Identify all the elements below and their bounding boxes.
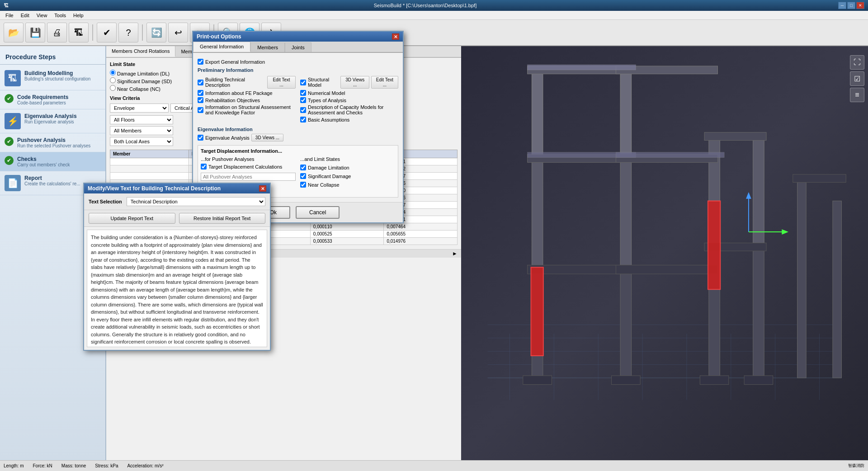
3d-views-btn-1[interactable]: 3D Views ...: [340, 76, 369, 89]
menu-view[interactable]: View: [33, 11, 51, 19]
eigenvalue-analysis-row: Eigenvalue Analysis 3D Views ...: [198, 134, 398, 141]
preliminary-right-col: Structural Model 3D Views ... Edit Text …: [300, 75, 398, 124]
building-modelling-title: Building Modelling: [24, 70, 90, 76]
svg-rect-24: [616, 265, 717, 274]
printout-dialog-tabs: General Information Members Joints: [193, 42, 403, 53]
export-checkbox[interactable]: [198, 59, 203, 65]
structural-assessment-row: Information on Structural Assessement an…: [198, 104, 296, 115]
fe-package-checkbox[interactable]: [198, 90, 203, 96]
sidebar-item-code-requirements[interactable]: ✔ Code Requirements Code-based parameter…: [0, 90, 105, 109]
modify-dialog-titlebar: Modify/View Text for Building Technical …: [84, 184, 270, 193]
sidebar-item-eigenvalue-analysis[interactable]: ⚡ Eigenvalue Analysis Run Eigenvalue ana…: [0, 109, 105, 133]
status-stress: Stress: kPa: [95, 463, 118, 468]
pushover-subtitle: Run the selected Pushover analyses: [17, 143, 90, 148]
minimize-button[interactable]: ─: [838, 2, 846, 9]
significant-damage-checkbox[interactable]: [300, 173, 306, 179]
edit-tech-desc-btn[interactable]: Edit Text ...: [267, 76, 296, 89]
capacity-models-checkbox[interactable]: [300, 107, 306, 113]
radio-dl-input[interactable]: [110, 70, 116, 75]
modify-dialog-close[interactable]: ✕: [259, 185, 266, 192]
svg-marker-39: [782, 229, 788, 235]
menu-file[interactable]: File: [2, 11, 17, 19]
eigenvalue-subtitle: Run Eigenvalue analysis: [24, 119, 77, 124]
svg-rect-45: [833, 201, 842, 378]
toolbar-open[interactable]: 📂: [4, 23, 24, 42]
significant-damage-row: Significant Damage: [300, 173, 395, 179]
pushover-text: Pushover Analysis Run the selected Pusho…: [17, 137, 90, 148]
building-tech-desc-row: Building Technical Description Edit Text…: [198, 76, 296, 89]
svg-rect-31: [531, 267, 543, 356]
modify-dialog: Modify/View Text for Building Technical …: [83, 183, 271, 351]
window-title: SeismoBuild * [C:\Users\santon\Desktop\1…: [12, 3, 838, 8]
toolbar-check[interactable]: ✔: [97, 23, 117, 42]
modify-buttons: Update Report Text Restore Initial Repor…: [84, 210, 270, 227]
target-calc-row: Target Displacement Calculations: [201, 164, 296, 170]
tab-general-information[interactable]: General Information: [193, 42, 250, 52]
edit-text-btn-1[interactable]: Edit Text ...: [371, 76, 398, 89]
tab-joints[interactable]: Joints: [285, 42, 311, 52]
building-tech-desc-label: Building Technical Description: [205, 77, 265, 88]
toolbar-print[interactable]: 🖨: [47, 23, 67, 42]
tab-members[interactable]: Members: [250, 42, 285, 52]
sidebar-item-building-modelling[interactable]: 🏗 Building Modelling Building's structur…: [0, 66, 105, 90]
update-report-btn[interactable]: Update Report Text: [89, 213, 175, 224]
rehab-objectives-checkbox[interactable]: [198, 97, 203, 103]
svg-rect-35: [528, 65, 636, 70]
all-pushover-input[interactable]: [201, 173, 296, 181]
sidebar-item-pushover-analysis[interactable]: ✔ Pushover Analysis Run the selected Pus…: [0, 133, 105, 152]
damage-limitation-checkbox[interactable]: [300, 165, 306, 170]
3d-scene: ⛶ ☑ ≡: [461, 46, 868, 460]
rehab-objectives-label: Rehabilitation Objectives: [205, 98, 260, 103]
window-controls: ─ □ ✕: [838, 2, 864, 9]
envelope-dropdown[interactable]: Envelope: [110, 104, 169, 113]
restore-initial-btn[interactable]: Restore Initial Report Text: [179, 213, 266, 224]
toolbar-undo[interactable]: ↩: [168, 23, 188, 42]
svg-rect-20: [753, 135, 764, 245]
3d-views-btn-2[interactable]: 3D Views ...: [251, 134, 283, 141]
svg-rect-34: [616, 152, 724, 158]
close-button[interactable]: ✕: [856, 2, 864, 9]
target-calc-checkbox[interactable]: [201, 164, 207, 170]
building-tech-desc-checkbox[interactable]: [198, 80, 203, 85]
text-selection-dropdown[interactable]: Technical Description: [127, 197, 265, 206]
for-pushover-label: ...for Pushover Analyses: [201, 156, 296, 162]
scroll-right-btn[interactable]: ►: [452, 250, 458, 257]
3d-view-btn-2[interactable]: ☑: [850, 71, 864, 86]
preliminary-left-col: Building Technical Description Edit Text…: [198, 75, 296, 124]
toolbar-help[interactable]: ?: [118, 23, 138, 42]
code-requirements-title: Code Requirements: [17, 94, 68, 100]
sidebar-item-checks[interactable]: ✔ Checks Carry out members' check: [0, 152, 105, 171]
radio-sd-input[interactable]: [110, 77, 116, 83]
damage-limitation-label: Damage Limitation: [308, 165, 349, 170]
near-collapse-row: Near Collapse: [300, 182, 395, 188]
near-collapse-checkbox[interactable]: [300, 182, 306, 188]
restore-button[interactable]: □: [847, 2, 855, 9]
menu-edit[interactable]: Edit: [17, 11, 33, 19]
basic-assumptions-checkbox[interactable]: [300, 117, 306, 122]
both-local-axes-dropdown[interactable]: Both Local Axes: [110, 137, 173, 146]
tab-members-chord[interactable]: Members Chord Rotations: [106, 46, 175, 57]
types-of-analysis-checkbox[interactable]: [300, 97, 306, 103]
toolbar-build[interactable]: 🏗: [69, 23, 89, 42]
3d-view-btn-3[interactable]: ≡: [850, 88, 864, 102]
radio-nc-input[interactable]: [110, 85, 116, 91]
3d-view-btn-1[interactable]: ⛶: [850, 55, 864, 70]
cancel-button[interactable]: Cancel: [296, 206, 340, 219]
toolbar-save[interactable]: 💾: [25, 23, 45, 42]
all-floors-dropdown[interactable]: All Floors: [110, 115, 173, 124]
svg-rect-28: [704, 132, 766, 141]
all-members-dropdown[interactable]: All Members: [110, 126, 173, 135]
numerical-model-checkbox[interactable]: [300, 90, 306, 96]
text-content-area[interactable]: The building under consideration is a {N…: [87, 230, 267, 347]
building-modelling-icon: 🏗: [5, 70, 21, 86]
checks-check-icon: ✔: [5, 156, 14, 165]
checks-title: Checks: [17, 156, 70, 162]
toolbar-refresh[interactable]: 🔄: [146, 23, 166, 42]
printout-dialog-close[interactable]: ✕: [392, 33, 399, 40]
report-title: Report: [24, 175, 80, 181]
eigenvalue-analysis-checkbox[interactable]: [198, 135, 203, 141]
structural-model-checkbox[interactable]: [300, 80, 306, 85]
menu-help[interactable]: Help: [70, 11, 87, 19]
structural-assessment-checkbox[interactable]: [198, 107, 203, 113]
menu-tools[interactable]: Tools: [51, 11, 70, 19]
